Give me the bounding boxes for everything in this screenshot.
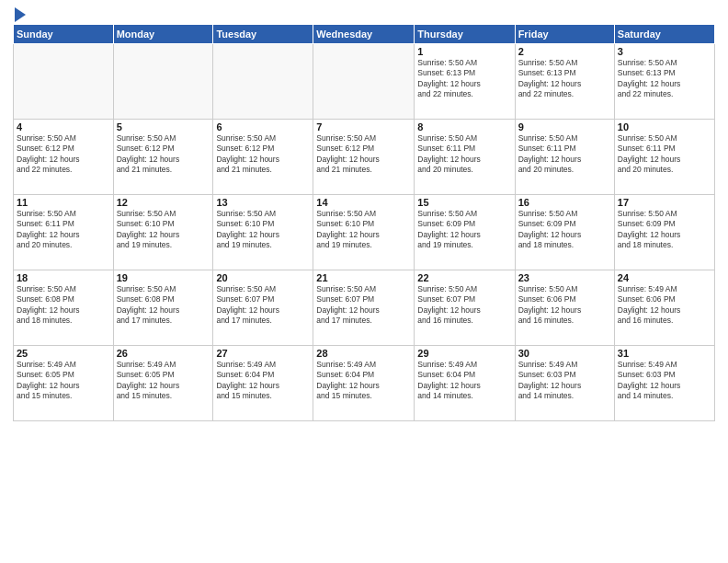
day-info: Sunrise: 5:50 AM Sunset: 6:10 PM Dayligh… (216, 209, 310, 251)
calendar-cell: 9Sunrise: 5:50 AM Sunset: 6:11 PM Daylig… (515, 120, 614, 195)
calendar-cell: 12Sunrise: 5:50 AM Sunset: 6:10 PM Dayli… (113, 195, 213, 270)
day-number: 28 (316, 348, 411, 359)
calendar-cell: 27Sunrise: 5:49 AM Sunset: 6:04 PM Dayli… (213, 346, 313, 421)
day-number: 17 (618, 197, 711, 208)
day-info: Sunrise: 5:50 AM Sunset: 6:12 PM Dayligh… (17, 133, 110, 176)
calendar-day-header: Wednesday (313, 25, 415, 44)
day-number: 9 (518, 121, 611, 132)
calendar-cell: 21Sunrise: 5:50 AM Sunset: 6:07 PM Dayli… (313, 270, 415, 346)
day-number: 4 (17, 121, 110, 132)
calendar-cell (14, 44, 114, 120)
day-info: Sunrise: 5:49 AM Sunset: 6:05 PM Dayligh… (17, 360, 110, 402)
day-number: 20 (216, 272, 310, 283)
day-number: 10 (618, 121, 711, 132)
day-number: 29 (417, 348, 511, 359)
calendar-cell: 6Sunrise: 5:50 AM Sunset: 6:12 PM Daylig… (213, 120, 313, 195)
day-number: 23 (518, 272, 611, 283)
day-info: Sunrise: 5:50 AM Sunset: 6:12 PM Dayligh… (117, 133, 210, 176)
calendar-cell: 1Sunrise: 5:50 AM Sunset: 6:13 PM Daylig… (415, 44, 515, 120)
calendar-cell: 14Sunrise: 5:50 AM Sunset: 6:10 PM Dayli… (313, 195, 415, 270)
day-info: Sunrise: 5:49 AM Sunset: 6:03 PM Dayligh… (518, 360, 611, 402)
calendar-cell (113, 44, 213, 120)
day-info: Sunrise: 5:49 AM Sunset: 6:03 PM Dayligh… (618, 360, 711, 402)
day-number: 30 (518, 348, 611, 359)
day-info: Sunrise: 5:50 AM Sunset: 6:11 PM Dayligh… (417, 133, 511, 176)
calendar-cell: 24Sunrise: 5:49 AM Sunset: 6:06 PM Dayli… (614, 270, 714, 346)
day-number: 19 (117, 272, 210, 283)
calendar-header-row: SundayMondayTuesdayWednesdayThursdayFrid… (14, 25, 715, 44)
day-info: Sunrise: 5:50 AM Sunset: 6:13 PM Dayligh… (518, 58, 611, 100)
day-info: Sunrise: 5:50 AM Sunset: 6:07 PM Dayligh… (216, 284, 310, 327)
day-number: 21 (316, 272, 411, 283)
logo-arrow-icon (15, 7, 26, 22)
calendar-cell: 13Sunrise: 5:50 AM Sunset: 6:10 PM Dayli… (213, 195, 313, 270)
calendar-cell: 7Sunrise: 5:50 AM Sunset: 6:12 PM Daylig… (313, 120, 415, 195)
calendar-cell: 22Sunrise: 5:50 AM Sunset: 6:07 PM Dayli… (415, 270, 515, 346)
day-info: Sunrise: 5:50 AM Sunset: 6:09 PM Dayligh… (417, 209, 511, 251)
calendar-day-header: Tuesday (213, 25, 313, 44)
day-number: 13 (216, 197, 310, 208)
day-number: 18 (17, 272, 110, 283)
day-info: Sunrise: 5:49 AM Sunset: 6:04 PM Dayligh… (316, 360, 411, 402)
calendar-day-header: Monday (113, 25, 213, 44)
day-info: Sunrise: 5:49 AM Sunset: 6:05 PM Dayligh… (117, 360, 210, 402)
calendar-day-header: Friday (515, 25, 614, 44)
calendar-cell: 10Sunrise: 5:50 AM Sunset: 6:11 PM Dayli… (614, 120, 714, 195)
day-info: Sunrise: 5:50 AM Sunset: 6:11 PM Dayligh… (618, 133, 711, 176)
day-info: Sunrise: 5:49 AM Sunset: 6:04 PM Dayligh… (417, 360, 511, 402)
day-number: 26 (117, 348, 210, 359)
calendar-week-row: 1Sunrise: 5:50 AM Sunset: 6:13 PM Daylig… (14, 44, 715, 120)
calendar-week-row: 11Sunrise: 5:50 AM Sunset: 6:11 PM Dayli… (14, 195, 715, 270)
calendar-cell: 30Sunrise: 5:49 AM Sunset: 6:03 PM Dayli… (515, 346, 614, 421)
day-number: 27 (216, 348, 310, 359)
day-number: 31 (618, 348, 711, 359)
calendar-cell: 8Sunrise: 5:50 AM Sunset: 6:11 PM Daylig… (415, 120, 515, 195)
day-number: 6 (216, 121, 310, 132)
calendar-cell: 18Sunrise: 5:50 AM Sunset: 6:08 PM Dayli… (14, 270, 114, 346)
day-number: 5 (117, 121, 210, 132)
day-info: Sunrise: 5:50 AM Sunset: 6:13 PM Dayligh… (417, 58, 511, 100)
calendar-week-row: 18Sunrise: 5:50 AM Sunset: 6:08 PM Dayli… (14, 270, 715, 346)
calendar-cell: 31Sunrise: 5:49 AM Sunset: 6:03 PM Dayli… (614, 346, 714, 421)
calendar-day-header: Saturday (614, 25, 714, 44)
calendar-cell: 25Sunrise: 5:49 AM Sunset: 6:05 PM Dayli… (14, 346, 114, 421)
day-info: Sunrise: 5:50 AM Sunset: 6:13 PM Dayligh… (618, 58, 711, 100)
day-number: 11 (17, 197, 110, 208)
calendar-cell: 16Sunrise: 5:50 AM Sunset: 6:09 PM Dayli… (515, 195, 614, 270)
calendar-cell: 26Sunrise: 5:49 AM Sunset: 6:05 PM Dayli… (113, 346, 213, 421)
day-number: 1 (417, 46, 511, 57)
day-info: Sunrise: 5:50 AM Sunset: 6:06 PM Dayligh… (518, 284, 611, 327)
day-number: 16 (518, 197, 611, 208)
day-number: 22 (417, 272, 511, 283)
calendar-cell: 29Sunrise: 5:49 AM Sunset: 6:04 PM Dayli… (415, 346, 515, 421)
calendar-cell: 20Sunrise: 5:50 AM Sunset: 6:07 PM Dayli… (213, 270, 313, 346)
logo (13, 9, 26, 20)
calendar-cell (213, 44, 313, 120)
calendar-week-row: 4Sunrise: 5:50 AM Sunset: 6:12 PM Daylig… (14, 120, 715, 195)
day-info: Sunrise: 5:50 AM Sunset: 6:10 PM Dayligh… (117, 209, 210, 251)
calendar-cell: 17Sunrise: 5:50 AM Sunset: 6:09 PM Dayli… (614, 195, 714, 270)
day-info: Sunrise: 5:50 AM Sunset: 6:10 PM Dayligh… (316, 209, 411, 251)
day-info: Sunrise: 5:50 AM Sunset: 6:11 PM Dayligh… (518, 133, 611, 176)
day-number: 2 (518, 46, 611, 57)
calendar-table: SundayMondayTuesdayWednesdayThursdayFrid… (13, 24, 715, 421)
day-number: 8 (417, 121, 511, 132)
calendar-cell: 2Sunrise: 5:50 AM Sunset: 6:13 PM Daylig… (515, 44, 614, 120)
calendar-day-header: Sunday (14, 25, 114, 44)
day-info: Sunrise: 5:50 AM Sunset: 6:08 PM Dayligh… (17, 284, 110, 327)
calendar-cell: 3Sunrise: 5:50 AM Sunset: 6:13 PM Daylig… (614, 44, 714, 120)
calendar-cell (313, 44, 415, 120)
calendar-cell: 28Sunrise: 5:49 AM Sunset: 6:04 PM Dayli… (313, 346, 415, 421)
day-number: 14 (316, 197, 411, 208)
calendar-cell: 19Sunrise: 5:50 AM Sunset: 6:08 PM Dayli… (113, 270, 213, 346)
day-info: Sunrise: 5:50 AM Sunset: 6:09 PM Dayligh… (518, 209, 611, 251)
day-info: Sunrise: 5:50 AM Sunset: 6:12 PM Dayligh… (316, 133, 411, 176)
day-info: Sunrise: 5:49 AM Sunset: 6:04 PM Dayligh… (216, 360, 310, 402)
calendar-day-header: Thursday (415, 25, 515, 44)
calendar-cell: 15Sunrise: 5:50 AM Sunset: 6:09 PM Dayli… (415, 195, 515, 270)
day-number: 25 (17, 348, 110, 359)
day-info: Sunrise: 5:50 AM Sunset: 6:11 PM Dayligh… (17, 209, 110, 251)
calendar-cell: 11Sunrise: 5:50 AM Sunset: 6:11 PM Dayli… (14, 195, 114, 270)
day-info: Sunrise: 5:50 AM Sunset: 6:08 PM Dayligh… (117, 284, 210, 327)
calendar-cell: 4Sunrise: 5:50 AM Sunset: 6:12 PM Daylig… (14, 120, 114, 195)
